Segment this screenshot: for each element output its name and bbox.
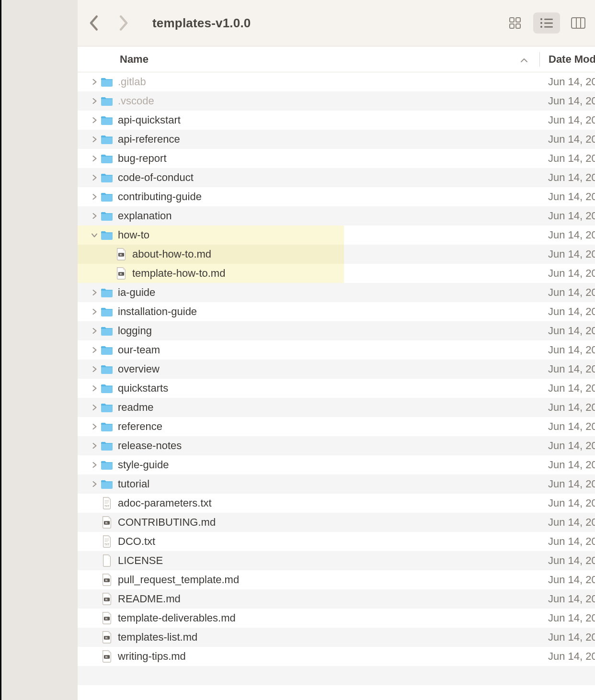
column-header-date[interactable]: Date Modif <box>540 53 595 66</box>
folder-row[interactable]: referenceJun 14, 20 <box>78 417 595 436</box>
folder-row[interactable]: installation-guideJun 14, 20 <box>78 302 595 321</box>
file-row[interactable]: M↓ writing-tips.mdJun 14, 20 <box>78 647 595 666</box>
back-button[interactable] <box>88 15 99 31</box>
folder-icon <box>100 403 114 413</box>
list-view-button[interactable] <box>533 12 560 34</box>
row-name-area: LICENSE <box>78 551 539 570</box>
file-row[interactable]: TXT DCO.txtJun 14, 20 <box>78 532 595 551</box>
column-header-row: Name Date Modif <box>78 46 595 72</box>
chevron-right-icon[interactable] <box>89 423 100 430</box>
chevron-right-icon[interactable] <box>89 347 100 353</box>
chevron-right-icon[interactable] <box>89 79 100 85</box>
folder-row[interactable]: tutorialJun 14, 20 <box>78 474 595 494</box>
folder-row[interactable]: api-quickstartJun 14, 20 <box>78 111 595 130</box>
svg-point-6 <box>540 22 542 24</box>
chevron-right-icon[interactable] <box>89 462 100 468</box>
folder-icon <box>100 135 114 145</box>
row-name-area: code-of-conduct <box>78 168 539 187</box>
folder-icon <box>100 211 114 221</box>
chevron-right-icon[interactable] <box>89 366 100 373</box>
chevron-right-icon[interactable] <box>89 193 100 200</box>
folder-row[interactable]: .gitlabJun 14, 20 <box>78 72 595 91</box>
chevron-right-icon[interactable] <box>89 98 100 104</box>
folder-icon <box>100 154 114 164</box>
file-name-label: our-team <box>118 344 160 356</box>
chevron-right-icon[interactable] <box>89 289 100 296</box>
icon-view-button[interactable] <box>502 12 528 34</box>
folder-row[interactable]: loggingJun 14, 20 <box>78 321 595 340</box>
file-date-label: Jun 14, 20 <box>539 95 595 107</box>
chevron-right-icon[interactable] <box>89 174 100 181</box>
folder-row[interactable]: ia-guideJun 14, 20 <box>78 283 595 302</box>
folder-icon <box>100 441 114 451</box>
row-name-area: M↓ template-deliverables.md <box>78 609 539 628</box>
txt-icon: TXT <box>100 497 114 509</box>
file-date-label: Jun 14, 20 <box>539 440 595 452</box>
folder-row[interactable]: release-notesJun 14, 20 <box>78 436 595 455</box>
folder-icon <box>100 307 114 317</box>
file-row[interactable]: M↓ about-how-to.mdJun 14, 20 <box>78 245 595 264</box>
svg-rect-5 <box>544 19 553 20</box>
column-header-name[interactable]: Name <box>78 46 539 72</box>
file-name-label: ia-guide <box>118 286 155 299</box>
sidebar[interactable] <box>0 0 78 700</box>
chevron-right-icon[interactable] <box>89 404 100 411</box>
chevron-right-icon[interactable] <box>89 117 100 124</box>
main-pane: templates-v1.0.0 <box>78 0 595 700</box>
row-name-area: M↓ CONTRIBUTING.md <box>78 513 539 532</box>
folder-row[interactable]: quickstartsJun 14, 20 <box>78 379 595 398</box>
view-mode-buttons <box>502 12 592 34</box>
folder-row[interactable]: our-teamJun 14, 20 <box>78 340 595 360</box>
file-row[interactable]: M↓ CONTRIBUTING.mdJun 14, 20 <box>78 513 595 532</box>
file-row[interactable]: TXT adoc-parameters.txtJun 14, 20 <box>78 494 595 513</box>
file-row[interactable]: M↓ template-deliverables.mdJun 14, 20 <box>78 609 595 628</box>
file-date-label: Jun 14, 20 <box>539 535 595 548</box>
file-date-label: Jun 14, 20 <box>539 420 595 433</box>
file-row[interactable]: LICENSEJun 14, 20 <box>78 551 595 570</box>
svg-rect-1 <box>516 18 520 22</box>
chevron-right-icon[interactable] <box>89 442 100 449</box>
folder-row[interactable]: overviewJun 14, 20 <box>78 360 595 379</box>
file-name-label: explanation <box>118 210 172 222</box>
file-name-label: about-how-to.md <box>132 248 211 260</box>
file-date-label: Jun 14, 20 <box>539 286 595 299</box>
folder-row[interactable]: api-referenceJun 14, 20 <box>78 130 595 149</box>
file-date-label: Jun 14, 20 <box>539 497 595 509</box>
row-name-area: M↓ about-how-to.md <box>78 245 539 264</box>
chevron-right-icon[interactable] <box>89 213 100 219</box>
chevron-right-icon[interactable] <box>89 481 100 487</box>
folder-icon <box>100 288 114 298</box>
folder-row[interactable]: readmeJun 14, 20 <box>78 398 595 417</box>
file-list[interactable]: .gitlabJun 14, 20 .vscodeJun 14, 20 api-… <box>78 72 595 700</box>
chevron-right-icon[interactable] <box>89 136 100 143</box>
forward-button[interactable] <box>119 15 129 31</box>
folder-row[interactable]: code-of-conductJun 14, 20 <box>78 168 595 187</box>
file-date-label: Jun 14, 20 <box>539 459 595 471</box>
file-row[interactable]: M↓ template-how-to.mdJun 14, 20 <box>78 264 595 283</box>
folder-row[interactable]: style-guideJun 14, 20 <box>78 455 595 474</box>
file-name-label: overview <box>118 363 160 375</box>
file-name-label: templates-list.md <box>118 631 197 644</box>
file-row[interactable]: M↓ templates-list.mdJun 14, 20 <box>78 628 595 647</box>
md-icon: M↓ <box>100 516 114 529</box>
folder-row[interactable]: contributing-guideJun 14, 20 <box>78 187 595 206</box>
chevron-right-icon[interactable] <box>89 155 100 162</box>
chevron-down-icon[interactable] <box>89 233 100 238</box>
folder-row[interactable]: .vscodeJun 14, 20 <box>78 91 595 111</box>
file-date-label: Jun 14, 20 <box>539 210 595 222</box>
folder-row[interactable]: how-toJun 14, 20 <box>78 226 595 245</box>
file-row[interactable]: M↓ README.mdJun 14, 20 <box>78 589 595 609</box>
file-date-label: Jun 14, 20 <box>539 248 595 260</box>
file-row[interactable]: M↓ pull_request_template.mdJun 14, 20 <box>78 570 595 589</box>
chevron-right-icon[interactable] <box>89 385 100 392</box>
chevron-right-icon[interactable] <box>89 308 100 315</box>
row-name-area: explanation <box>78 206 539 226</box>
file-name-label: template-deliverables.md <box>118 612 236 624</box>
column-view-button[interactable] <box>565 12 592 34</box>
folder-row[interactable]: explanationJun 14, 20 <box>78 206 595 226</box>
svg-text:M↓: M↓ <box>105 598 108 601</box>
folder-row[interactable]: bug-reportJun 14, 20 <box>78 149 595 168</box>
file-date-label: Jun 14, 20 <box>539 593 595 605</box>
chevron-right-icon[interactable] <box>89 327 100 334</box>
svg-text:M↓: M↓ <box>105 637 108 639</box>
